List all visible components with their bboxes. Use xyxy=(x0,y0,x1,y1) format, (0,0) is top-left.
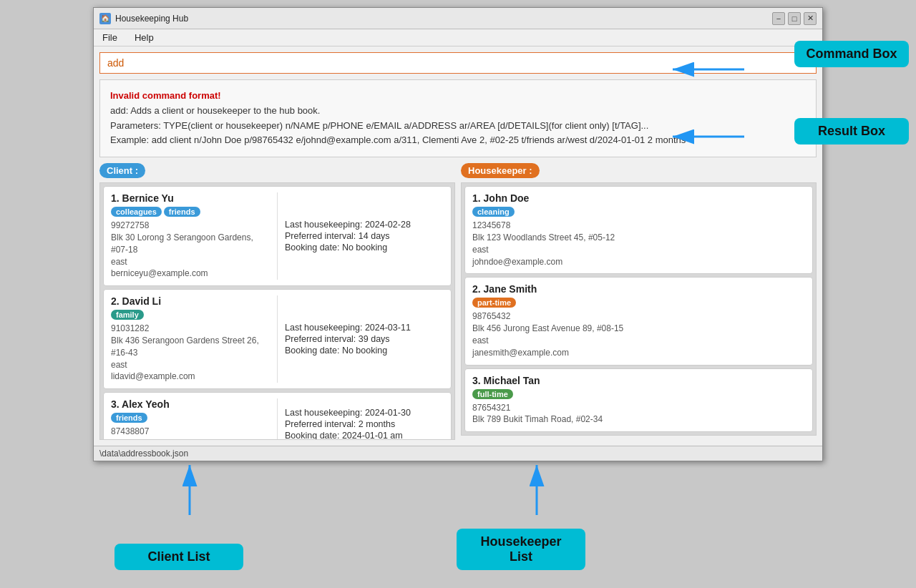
close-button[interactable]: ✕ xyxy=(804,12,817,25)
result-box: Invalid command format! add: Adds a clie… xyxy=(99,79,817,157)
last-housekeeping: Last housekeeping: 2024-02-28 xyxy=(285,220,444,230)
housekeeper-detail: 12345678Blk 123 Woodlands Street 45, #05… xyxy=(472,220,805,268)
booking-date: Booking date: No booking xyxy=(285,242,444,253)
menu-bar: File Help xyxy=(94,29,822,46)
last-housekeeping: Last housekeeping: 2024-01-30 xyxy=(285,408,444,418)
housekeeper-detail: 87654321Blk 789 Bukit Timah Road, #02-34 xyxy=(472,402,805,426)
result-line3: Example: add client n/John Doe p/9876543… xyxy=(110,133,806,148)
housekeeper-header: Housekeeper : xyxy=(461,163,540,178)
booking-date: Booking date: No booking xyxy=(285,346,444,356)
client-name: 3. Alex Yeoh xyxy=(111,398,270,410)
client-detail: 99272758Blk 30 Lorong 3 Serangoon Garden… xyxy=(111,220,270,280)
result-line1: add: Adds a client or housekeeper to the… xyxy=(110,104,806,119)
client-tags: family xyxy=(111,310,270,320)
window-title: Housekeeping Hub xyxy=(115,14,188,24)
restore-button[interactable]: □ xyxy=(788,12,801,25)
housekeeper-card[interactable]: 2. Jane Smithpart-time98765432Blk 456 Ju… xyxy=(464,277,813,365)
tag: colleagues xyxy=(111,207,162,217)
tag: friends xyxy=(164,207,200,217)
tag: family xyxy=(111,310,144,320)
housekeeper-detail: 98765432Blk 456 Jurong East Avenue 89, #… xyxy=(472,310,805,358)
client-detail: 87438807Blk 30 Geylang Street 29, #06-40 xyxy=(111,426,270,440)
housekeeper-panel: Housekeeper : 1. John Doecleaning1234567… xyxy=(461,163,817,440)
housekeeper-card[interactable]: 1. John Doecleaning12345678Blk 123 Woodl… xyxy=(464,186,813,274)
preferred-interval: Preferred interval: 39 days xyxy=(285,334,444,344)
housekeeper-name: 1. John Doe xyxy=(472,192,805,204)
client-header: Client : xyxy=(99,163,145,178)
status-bar: \data\addressbook.json xyxy=(94,446,822,461)
result-error: Invalid command format! xyxy=(110,89,806,104)
app-icon: 🏠 xyxy=(99,13,111,24)
housekeeper-list[interactable]: 1. John Doecleaning12345678Blk 123 Woodl… xyxy=(461,182,817,436)
title-bar: 🏠 Housekeeping Hub − □ ✕ xyxy=(94,8,822,29)
client-list[interactable]: 1. Bernice Yucolleaguesfriends99272758Bl… xyxy=(99,182,455,440)
housekeeper-name: 3. Michael Tan xyxy=(472,375,805,386)
client-tags: colleaguesfriends xyxy=(111,207,270,217)
client-booking-info: Last housekeeping: 2024-01-30 Preferred … xyxy=(277,398,444,440)
last-housekeeping: Last housekeeping: 2024-03-11 xyxy=(285,323,444,333)
lists-container: Client : 1. Bernice Yucolleaguesfriends9… xyxy=(94,163,822,446)
client-list-annotation: Client List xyxy=(114,544,243,570)
client-tags: friends xyxy=(111,413,270,423)
client-name: 2. David Li xyxy=(111,295,270,307)
preferred-interval: Preferred interval: 14 days xyxy=(285,231,444,241)
menu-file[interactable]: File xyxy=(98,31,122,44)
client-name: 1. Bernice Yu xyxy=(111,192,270,204)
housekeeper-card[interactable]: 3. Michael Tanfull-time87654321Blk 789 B… xyxy=(464,368,813,433)
tag: part-time xyxy=(472,298,516,308)
window-controls: − □ ✕ xyxy=(772,12,817,25)
preferred-interval: Preferred interval: 2 months xyxy=(285,419,444,429)
client-card[interactable]: 2. David Lifamily91031282Blk 436 Serango… xyxy=(103,289,452,389)
main-window: 🏠 Housekeeping Hub − □ ✕ File Help Inval… xyxy=(93,7,823,461)
housekeeper-list-annotation: Housekeeper List xyxy=(457,529,585,570)
client-panel: Client : 1. Bernice Yucolleaguesfriends9… xyxy=(99,163,455,440)
booking-date: Booking date: 2024-01-01 am xyxy=(285,431,444,440)
housekeeper-tags: full-time xyxy=(472,389,805,399)
housekeeper-tags: part-time xyxy=(472,298,805,308)
housekeeper-name: 2. Jane Smith xyxy=(472,283,805,295)
tag: cleaning xyxy=(472,207,515,217)
tag: friends xyxy=(111,413,147,423)
client-card[interactable]: 1. Bernice Yucolleaguesfriends99272758Bl… xyxy=(103,186,452,286)
result-line2: Parameters: TYPE(client or housekeeper) … xyxy=(110,119,806,134)
minimize-button[interactable]: − xyxy=(772,12,785,25)
menu-help[interactable]: Help xyxy=(130,31,158,44)
command-area xyxy=(94,46,822,79)
title-bar-left: 🏠 Housekeeping Hub xyxy=(99,13,188,24)
client-card[interactable]: 3. Alex Yeohfriends87438807Blk 30 Geylan… xyxy=(103,392,452,440)
client-booking-info: Last housekeeping: 2024-03-11 Preferred … xyxy=(277,295,444,383)
tag: full-time xyxy=(472,389,513,399)
housekeeper-tags: cleaning xyxy=(472,207,805,217)
command-input[interactable] xyxy=(99,52,817,74)
client-booking-info: Last housekeeping: 2024-02-28 Preferred … xyxy=(277,192,444,280)
client-detail: 91031282Blk 436 Serangoon Gardens Street… xyxy=(111,323,270,383)
